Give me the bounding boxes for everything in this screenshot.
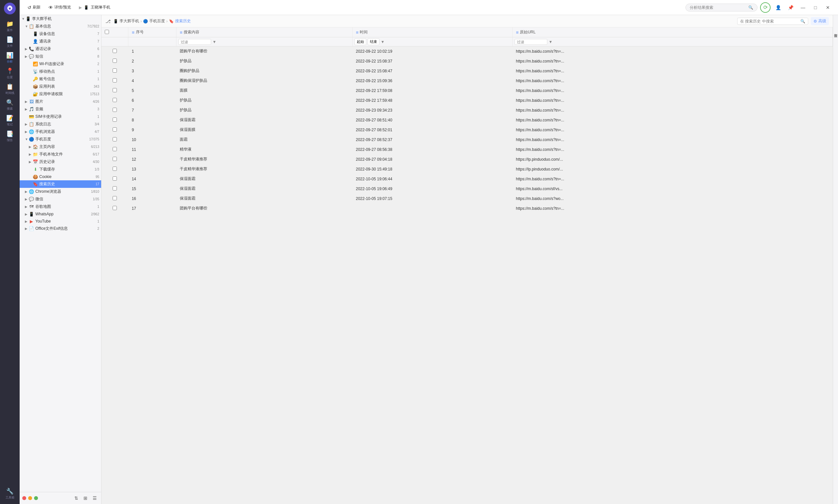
breadcrumb-item-history[interactable]: 🔖 搜索历史 [169,18,191,24]
time-start-btn[interactable]: 起始 [355,38,366,45]
tree-item-photos[interactable]: ▶ 🖼 图片 4/26 [20,98,101,105]
url-filter-input[interactable] [515,39,547,45]
settings-icon[interactable]: 📌 [786,3,796,13]
row-checkbox[interactable] [113,98,117,102]
tree-item-simcard[interactable]: 💳 SIM卡使用记录 1 [20,113,101,121]
sidebar-item-report[interactable]: 📑 报告 [3,129,17,143]
breadcrumb-item-baidu[interactable]: 🔵 手机百度 [143,18,165,24]
row-checkbox[interactable] [113,108,117,112]
tree-item-office[interactable]: ▶ 📄 Office文件Exif信息 2 [20,225,101,232]
sidebar-item-case[interactable]: 📁 案件 [3,19,17,33]
collapse-button[interactable]: ⇅ [72,494,80,502]
row-seq: 10 [128,135,176,145]
row-content: 护肤品 [176,105,353,115]
sidebar-item-timeline[interactable]: 📋 时间线 [3,82,17,96]
tree-item-downloads[interactable]: ⬇ 下载缓存 1/3 [20,166,101,173]
row-checkbox[interactable] [113,166,117,171]
row-checkbox[interactable] [113,68,117,73]
sidebar-item-search[interactable]: 🔍 搜索 [3,97,17,112]
url-filter-icon[interactable]: ▼ [549,40,553,44]
content-filter-icon[interactable]: ▼ [212,40,216,44]
row-checkbox[interactable] [113,78,117,83]
sidebar-item-notes[interactable]: 📝 笔记 [3,113,17,128]
tree-item-count: 1/810 [91,190,99,194]
breadcrumb-item-device[interactable]: 📱 李大辉手机 [113,18,139,24]
row-checkbox[interactable] [113,88,117,92]
row-check [102,135,128,145]
row-checkbox[interactable] [113,186,117,191]
tree-item-syslog[interactable]: ▶ 📋 系统日志 3/4 [20,121,101,128]
row-checkbox[interactable] [113,137,117,141]
content-search-input[interactable] [740,19,799,23]
refresh-button[interactable]: ↺ 刷新 [25,3,43,12]
row-checkbox[interactable] [113,49,117,53]
tree-item-baidu_mobile[interactable]: ▼ 🔵 手机百度 17/375 [20,136,101,143]
tree-item-youtube[interactable]: ▶ ▶ YouTube 1 [20,218,101,225]
tree-item-wifi[interactable]: 📶 Wi-Fi连接记录 2 [20,60,101,68]
tree-item-chrome[interactable]: ▶ 🌐 Chrome浏览器 1/810 [20,188,101,195]
content-search-icon[interactable]: 🔍 [800,19,805,23]
tree-item-count: 8 [97,55,99,58]
sync-button[interactable]: ⟳ [760,2,770,13]
global-search-input[interactable] [690,5,746,10]
sidebar-item-location[interactable]: 📍 位置 [3,66,17,80]
sidebar-item-files[interactable]: 📄 文件 [3,35,17,49]
minimize-button[interactable]: — [798,3,808,13]
global-search-icon[interactable]: 🔍 [748,5,753,10]
row-checkbox[interactable] [113,196,117,200]
tree-item-history[interactable]: ▶ 📅 历史记录 4/30 [20,158,101,166]
table-header-row: ≡ 序号 ≡ 搜索内容 [102,28,833,37]
tree-item-device1[interactable]: ▼ 📱 李大辉手机 [20,15,101,22]
breadcrumb: ⎇ 📱 李大辉手机 › 🔵 手机百度 › 🔖 搜 [105,18,191,24]
content-filter-input[interactable] [178,39,211,45]
tree-item-whatsapp[interactable]: ▶ 📱 WhatsApp 2/962 [20,211,101,218]
tree-item-basic_info[interactable]: ▼ 📋 基本信息 7/17922 [20,22,101,30]
tree-item-applist[interactable]: 📦 应用列表 343 [20,83,101,90]
app-logo[interactable] [4,3,16,14]
tree-item-main_content[interactable]: ▶ 🏠 主页内容 6/213 [20,143,101,150]
right-settings-panel[interactable]: 设置列 [833,15,838,504]
tree-item-appperm[interactable]: 🔐 应用申请权限 17513 [20,90,101,98]
dot-yellow[interactable] [28,496,32,500]
time-filter-icon[interactable]: ▼ [381,40,385,44]
row-check [102,203,128,213]
row-checkbox[interactable] [113,157,117,161]
row-url: https://m.baidu.com/s?tn=... [512,115,833,125]
maximize-button[interactable]: □ [810,3,820,13]
row-checkbox[interactable] [113,127,117,131]
user-icon[interactable]: 👤 [773,3,783,13]
tree-item-sms[interactable]: ▶ 💬 短信 8 [20,53,101,60]
sidebar-item-tools[interactable]: 🔧 工具箱 [3,486,17,501]
row-checkbox[interactable] [113,147,117,151]
dot-red[interactable] [22,496,26,500]
tree-item-hotspot[interactable]: 📡 移动热点 1 [20,68,101,75]
tree-item-search_history[interactable]: 🔖 搜索历史 17 [20,180,101,188]
tree-item-wechat[interactable]: ▶ 💬 微信 1/35 [20,195,101,203]
row-checkbox[interactable] [113,206,117,210]
row-time: 2022-09-23 09:34:23 [352,105,512,115]
row-checkbox[interactable] [113,58,117,63]
tree-item-name: Wi-Fi连接记录 [39,61,96,67]
tree-item-cookie[interactable]: 🍪 Cookie 95 [20,173,101,180]
tree-item-contacts[interactable]: 👤 通讯录 7 [20,38,101,45]
close-button[interactable]: ✕ [823,3,833,13]
dot-green-dot[interactable] [34,496,38,500]
row-checkbox[interactable] [113,118,117,122]
advanced-button[interactable]: ⚙ 高级 [811,17,829,25]
tree-item-local_files[interactable]: ▶ 📁 手机本地文件 6/17 [20,150,101,158]
select-all-checkbox[interactable] [105,30,109,34]
list-button[interactable]: ☰ [91,494,99,502]
tree-item-mobile_browser[interactable]: ▶ 🌐 手机浏览器 4/7 [20,128,101,136]
time-end-btn[interactable]: 结束 [368,38,379,45]
detail-preview-button[interactable]: 👁 详情/预览 [46,3,74,12]
tree-item-name: 账号信息 [39,76,96,82]
tree-item-device_info[interactable]: 📱 设备信息 7 [20,30,101,38]
tree-item-audio[interactable]: ▶ 🎵 音频 3 [20,105,101,113]
sidebar-item-analyze[interactable]: 📊 分析 [3,50,17,65]
row-checkbox[interactable] [113,176,117,181]
tree-item-google_maps[interactable]: ▶ 🗺 谷歌地图 1 [20,203,101,211]
grid-button[interactable]: ⊞ [82,494,89,502]
row-url: https://m.baidu.com/s?tn=... [512,86,833,95]
tree-item-call_log[interactable]: ▶ 📞 通话记录 6 [20,45,101,53]
tree-item-account[interactable]: 🔑 账号信息 1 [20,75,101,83]
